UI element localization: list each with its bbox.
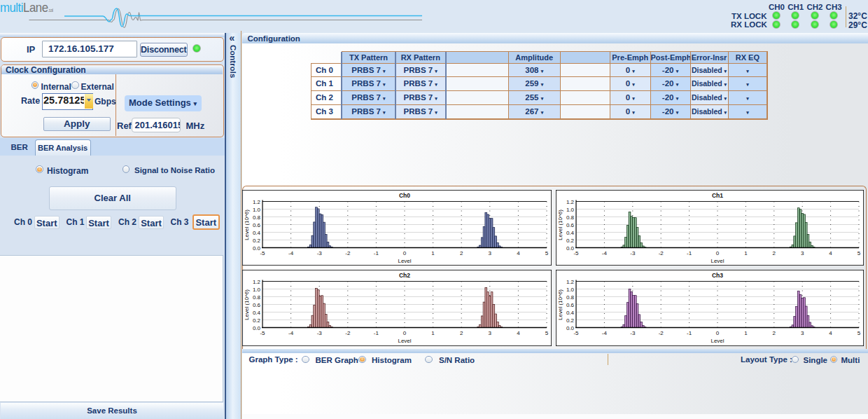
svg-text:-5: -5 xyxy=(260,330,265,336)
svg-text:0.6: 0.6 xyxy=(566,302,574,308)
svg-text:0: 0 xyxy=(715,330,719,336)
svg-text:-1: -1 xyxy=(374,250,379,256)
svg-text:1: 1 xyxy=(431,330,435,336)
svg-text:1.0: 1.0 xyxy=(253,207,261,213)
svg-text:0.8: 0.8 xyxy=(253,214,261,221)
svg-text:-5: -5 xyxy=(573,330,579,336)
svg-text:-5: -5 xyxy=(573,250,579,256)
svg-text:4: 4 xyxy=(829,250,832,256)
svg-text:0: 0 xyxy=(403,330,407,336)
svg-text:0.4: 0.4 xyxy=(566,310,574,316)
svg-text:4: 4 xyxy=(517,250,520,256)
svg-text:3: 3 xyxy=(489,330,492,336)
svg-text:0.4: 0.4 xyxy=(253,230,261,236)
svg-text:0.2: 0.2 xyxy=(566,238,574,244)
svg-text:-2: -2 xyxy=(658,330,664,336)
svg-text:0.8: 0.8 xyxy=(566,294,574,301)
svg-text:Level: Level xyxy=(398,258,411,264)
svg-text:1.2: 1.2 xyxy=(253,199,261,205)
svg-text:-5: -5 xyxy=(260,250,265,256)
svg-text:0.4: 0.4 xyxy=(253,310,261,316)
svg-text:2: 2 xyxy=(460,330,463,336)
svg-text:Level (10^6): Level (10^6) xyxy=(557,289,564,320)
svg-text:-4: -4 xyxy=(601,250,607,256)
svg-text:1.0: 1.0 xyxy=(253,287,261,293)
svg-text:Level: Level xyxy=(710,258,724,264)
svg-text:5: 5 xyxy=(857,330,860,336)
svg-text:-4: -4 xyxy=(288,250,294,256)
svg-text:0.8: 0.8 xyxy=(253,294,261,301)
svg-text:Ch3: Ch3 xyxy=(711,272,722,279)
svg-text:1.2: 1.2 xyxy=(253,279,261,285)
svg-text:1.2: 1.2 xyxy=(566,279,574,285)
svg-text:0.6: 0.6 xyxy=(253,222,261,228)
svg-text:2: 2 xyxy=(772,250,776,256)
svg-text:1: 1 xyxy=(431,250,435,256)
svg-text:-1: -1 xyxy=(687,330,692,336)
svg-text:0.4: 0.4 xyxy=(566,230,574,236)
svg-text:Level (10^6): Level (10^6) xyxy=(244,289,250,320)
svg-text:-1: -1 xyxy=(374,330,379,336)
svg-text:0.2: 0.2 xyxy=(253,238,261,244)
svg-text:5: 5 xyxy=(545,250,549,256)
svg-text:0.6: 0.6 xyxy=(566,222,574,228)
svg-text:3: 3 xyxy=(800,250,804,256)
svg-text:0: 0 xyxy=(403,250,407,256)
svg-text:3: 3 xyxy=(800,330,804,336)
svg-text:1.0: 1.0 xyxy=(566,287,574,293)
svg-text:-4: -4 xyxy=(601,330,607,336)
svg-text:0.2: 0.2 xyxy=(566,317,574,324)
svg-text:1: 1 xyxy=(744,250,748,256)
svg-text:Level: Level xyxy=(710,338,724,344)
svg-text:Level (10^6): Level (10^6) xyxy=(244,210,250,240)
svg-text:5: 5 xyxy=(857,250,860,256)
svg-text:-3: -3 xyxy=(317,330,323,336)
svg-text:-2: -2 xyxy=(658,250,664,256)
svg-text:2: 2 xyxy=(772,330,776,336)
svg-text:-4: -4 xyxy=(288,330,294,336)
svg-text:Ch1: Ch1 xyxy=(711,192,722,199)
svg-text:Level: Level xyxy=(398,338,411,344)
svg-text:2: 2 xyxy=(460,250,463,256)
svg-text:-1: -1 xyxy=(687,250,692,256)
svg-text:-3: -3 xyxy=(630,330,636,336)
svg-text:-3: -3 xyxy=(317,250,323,256)
svg-text:4: 4 xyxy=(517,330,520,336)
svg-text:1.0: 1.0 xyxy=(566,207,574,213)
svg-text:3: 3 xyxy=(489,250,492,256)
svg-text:0.2: 0.2 xyxy=(253,317,261,324)
svg-text:Ch2: Ch2 xyxy=(399,272,410,279)
svg-text:Ch0: Ch0 xyxy=(399,192,410,199)
svg-text:1.2: 1.2 xyxy=(566,199,574,205)
svg-text:-2: -2 xyxy=(345,250,351,256)
svg-text:0.8: 0.8 xyxy=(566,214,574,221)
svg-text:-2: -2 xyxy=(345,330,351,336)
svg-text:Level (10^6): Level (10^6) xyxy=(557,210,564,240)
svg-text:-3: -3 xyxy=(630,250,636,256)
svg-text:0: 0 xyxy=(715,250,719,256)
svg-text:5: 5 xyxy=(545,330,549,336)
svg-text:0.6: 0.6 xyxy=(253,302,261,308)
svg-text:1: 1 xyxy=(744,330,748,336)
svg-text:4: 4 xyxy=(829,330,832,336)
